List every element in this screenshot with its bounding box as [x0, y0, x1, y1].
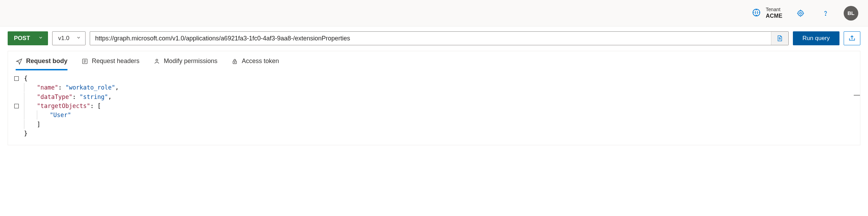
http-method-select[interactable]: POST [8, 31, 48, 45]
code-line-text: } [24, 129, 27, 138]
tab-modify-permissions[interactable]: Modify permissions [153, 57, 217, 70]
settings-button[interactable] [794, 6, 807, 20]
send-icon [16, 58, 23, 65]
fold-toggle[interactable] [14, 101, 24, 110]
api-version-select[interactable]: v1.0 [52, 31, 86, 45]
tab-label: Request headers [92, 57, 139, 65]
request-panel: Request body Request headers Modify perm… [8, 51, 860, 145]
lock-icon [231, 58, 238, 65]
tenant-label: Tenant [766, 6, 782, 13]
code-line-text: "name": "workato_role", [24, 83, 119, 92]
code-line-text: { [24, 74, 27, 83]
tab-request-body[interactable]: Request body [16, 57, 67, 70]
chevron-down-icon [38, 35, 43, 42]
tab-request-headers[interactable]: Request headers [81, 57, 139, 70]
fold-toggle[interactable] [14, 74, 24, 83]
svg-point-2 [825, 15, 826, 15]
headers-icon [81, 58, 88, 65]
avatar-initials: BL [847, 10, 854, 16]
tabs: Request body Request headers Modify perm… [8, 51, 860, 70]
url-input-wrap [90, 31, 788, 45]
tenant-icon [752, 8, 761, 18]
fold-toggle [14, 92, 24, 101]
tab-label: Request body [26, 57, 67, 65]
tenant-text: Tenant ACME [766, 6, 782, 20]
query-bar: POST v1.0 Run query [0, 26, 868, 50]
permissions-icon [153, 58, 160, 65]
tab-label: Modify permissions [164, 57, 217, 65]
code-line-text: "targetObjects": [ [24, 101, 101, 110]
svg-point-4 [156, 59, 158, 61]
avatar[interactable]: BL [844, 6, 858, 21]
tab-label: Access token [242, 57, 279, 65]
share-button[interactable] [844, 31, 860, 45]
minimap-marker [854, 95, 860, 96]
fold-toggle [14, 120, 24, 129]
request-body-editor[interactable]: {"name": "workato_role","dataType": "str… [8, 70, 860, 145]
code-line-text: ] [24, 120, 40, 129]
tenant-switcher[interactable]: Tenant ACME [752, 6, 782, 20]
http-method-value: POST [14, 35, 30, 42]
documentation-button[interactable] [771, 32, 788, 45]
tenant-name: ACME [766, 13, 782, 20]
help-button[interactable] [819, 6, 833, 20]
svg-point-1 [799, 12, 802, 14]
url-input[interactable] [90, 32, 771, 45]
api-version-value: v1.0 [58, 35, 69, 42]
tab-access-token[interactable]: Access token [231, 57, 279, 70]
app-header: Tenant ACME BL [0, 0, 868, 26]
fold-toggle [14, 129, 24, 138]
code-line-text: "dataType": "string", [24, 92, 112, 101]
fold-toggle [14, 110, 24, 119]
svg-point-6 [234, 62, 235, 63]
chevron-down-icon [76, 35, 81, 42]
fold-toggle [14, 83, 24, 92]
run-query-button[interactable]: Run query [793, 31, 839, 45]
code-line-text: "User" [24, 110, 71, 119]
